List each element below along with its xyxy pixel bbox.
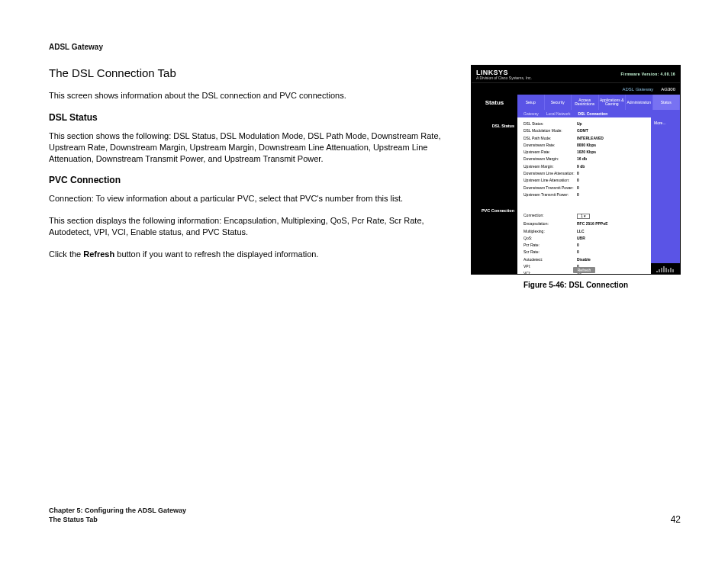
status-value: 8000 Kbps [577,143,596,147]
status-value: 0 [577,243,579,247]
nav-tab[interactable]: Access Restrictions [572,95,599,110]
pvc-text-2: This section displays the following info… [49,215,446,238]
status-value: RFC 2516 PPPoE [577,222,608,226]
status-key: Downstream Transmit Power: [523,186,577,190]
status-row: DSL Path Mode:INTERLEAVED [523,137,645,140]
gateway-label: ADSL Gateway [623,87,654,92]
connection-select[interactable]: 1 ▾ [577,214,590,219]
page-number: 42 [671,514,681,525]
footer-chapter: Chapter 5: Configuring the ADSL Gateway [49,506,186,516]
status-title: Status [472,95,517,110]
brand-logo: LINKSYS [476,69,508,76]
status-row: Connection:1 ▾ [523,214,645,219]
firmware-version: Firmware Version: 4.00.16 [621,72,675,76]
status-row: Encapsulation:RFC 2516 PPPoE [523,222,645,226]
status-row: DSL Status:Up [523,122,645,126]
status-value: Disable [577,258,591,262]
pvc-text-3: Click the Refresh button if you want to … [49,249,446,260]
status-row: Upstream Transmit Power:0 [523,193,645,197]
status-key: DSL Modulation Mode: [523,129,577,133]
status-row: DSL Modulation Mode:GDMT [523,129,645,133]
status-row: Upstream Margin:9 db [523,165,645,169]
status-value: 0 [577,186,579,190]
status-key: DSL Status: [523,122,577,126]
intro-text: This screen shows information about the … [49,90,446,101]
brand-sub: A Division of Cisco Systems, Inc. [476,76,532,80]
page-title: The DSL Connection Tab [49,66,446,79]
status-key: Upstream Transmit Power: [523,193,577,197]
status-row: Multiplexing:LLC [523,230,645,233]
figure-caption: Figure 5-46: DSL Connection [471,281,681,289]
status-value: INTERLEAVED [577,137,604,140]
sub-tab[interactable]: Gateway [523,111,539,116]
status-value: UBR [577,236,585,240]
side-pvc-label: PVC Connection [472,205,517,216]
status-value: 0 [577,179,579,182]
status-value: Up [577,122,582,126]
status-key: Downstream Rate: [523,143,577,147]
status-value[interactable]: 1 ▾ [577,214,590,219]
product-header: ADSL Gateway [49,43,681,51]
nav-tab[interactable]: Status [653,95,681,110]
more-link[interactable]: More... [654,121,666,125]
model-label: AG300 [661,87,675,92]
status-value: LLC [577,230,585,233]
status-value: 0 [577,193,579,197]
status-key: Upstream Margin: [523,165,577,169]
pvc-heading: PVC Connection [49,175,446,185]
refresh-word: Refresh [83,249,114,259]
cisco-logo [651,263,680,275]
nav-tab[interactable]: Applications & Gaming [599,95,627,110]
status-key: Pcr Rate: [523,243,577,247]
sub-tab[interactable]: DSL Connection [578,111,607,116]
status-key: DSL Path Mode: [523,137,577,140]
sub-tab[interactable]: Local Network [546,111,571,116]
status-row: Downstream Rate:8000 Kbps [523,143,645,147]
pvc-text-3c: button if you want to refresh the displa… [114,249,318,259]
status-row: Downstream Line Attenuation:0 [523,172,645,175]
status-key: Scr Rate: [523,250,577,254]
status-value: 16 db [577,157,587,161]
footer-section: The Status Tab [49,515,186,525]
status-value: GDMT [577,129,588,133]
status-row: Downstream Transmit Power:0 [523,186,645,190]
status-key: Upstream Rate: [523,150,577,154]
router-screenshot: LINKSYS A Division of Cisco Systems, Inc… [471,65,681,275]
status-value: 1020 Kbps [577,150,596,154]
status-key: Connection: [523,214,577,219]
pvc-text-1: Connection: To view information about a … [49,193,446,204]
status-key: QoS: [523,236,577,240]
status-key: Downstream Line Attenuation: [523,172,577,175]
status-value: 9 db [577,165,585,169]
status-row: Upstream Rate:1020 Kbps [523,150,645,154]
nav-tab[interactable]: Administration [626,95,653,110]
status-row: Upstream Line Attenuation:0 [523,179,645,182]
status-key: Downstream Margin: [523,157,577,161]
status-value: 0 [577,172,579,175]
dsl-status-text: This section shows the following: DSL St… [49,130,446,165]
nav-tab[interactable]: Security [545,95,572,110]
status-key: Autodetect: [523,258,577,262]
status-row: QoS:UBR [523,236,645,240]
status-key: Upstream Line Attenuation: [523,179,577,182]
status-row: Pcr Rate:0 [523,243,645,247]
dsl-status-heading: DSL Status [49,112,446,123]
pvc-text-3a: Click the [49,249,83,259]
status-row: Autodetect:Disable [523,258,645,262]
status-row: Downstream Margin:16 db [523,157,645,161]
status-value: 0 [577,250,579,254]
status-key: Multiplexing: [523,230,577,233]
status-row: Scr Rate:0 [523,250,645,254]
refresh-button[interactable]: Refresh [573,267,596,273]
nav-tab[interactable]: Setup [517,95,545,110]
side-dsl-label: DSL Status [472,121,517,131]
status-key: Encapsulation: [523,222,577,226]
